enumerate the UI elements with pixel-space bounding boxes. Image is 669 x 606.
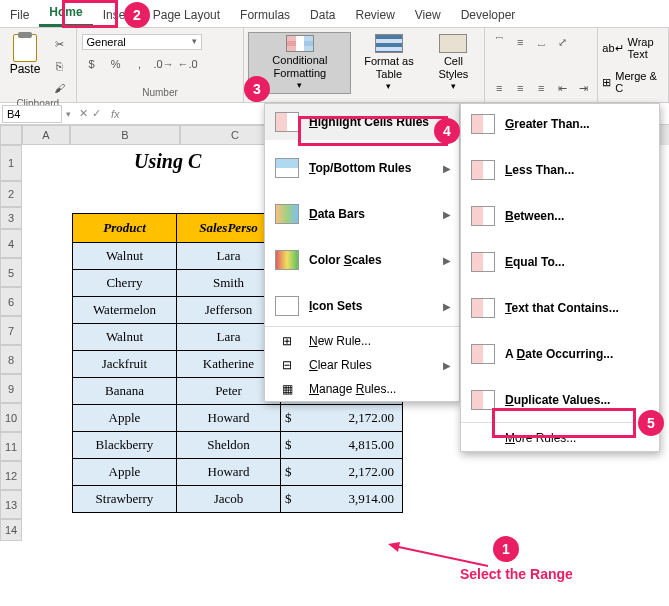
tab-view[interactable]: View (405, 3, 451, 27)
cell-styles-button[interactable]: Cell Styles▾ (427, 32, 481, 94)
tab-home[interactable]: Home (39, 0, 92, 27)
row-header-10[interactable]: 10 (0, 403, 22, 432)
menu-item-new-rule-[interactable]: ⊞New Rule... (265, 329, 459, 353)
row-header-8[interactable]: 8 (0, 345, 22, 374)
table-header[interactable]: Product (73, 214, 177, 243)
row-header-13[interactable]: 13 (0, 490, 22, 519)
decrease-indent-button[interactable]: ⇤ (552, 78, 572, 98)
menu-label: Top/Bottom Rules (309, 161, 411, 175)
row-header-2[interactable]: 2 (0, 181, 22, 207)
cell[interactable]: Apple (73, 459, 177, 486)
cell[interactable]: Walnut (73, 243, 177, 270)
tab-page-layout[interactable]: Page Layout (143, 3, 230, 27)
cell[interactable]: Strawberry (73, 486, 177, 513)
name-box[interactable] (2, 105, 62, 123)
menu-item-clear-rules[interactable]: ⊟Clear Rules▶ (265, 353, 459, 377)
percent-button[interactable]: % (106, 54, 126, 74)
tab-formulas[interactable]: Formulas (230, 3, 300, 27)
cut-button[interactable]: ✂ (49, 34, 69, 54)
db-icon (275, 204, 299, 224)
cell[interactable]: $3,914.00 (281, 486, 403, 513)
select-all-cell[interactable] (0, 125, 22, 145)
enter-formula-icon[interactable]: ✓ (92, 107, 101, 120)
menu-item-manage-rules-[interactable]: ▦Manage Rules... (265, 377, 459, 401)
cell[interactable]: Banana (73, 378, 177, 405)
callout-badge-2: 2 (124, 2, 150, 28)
menu-item-highlight-cells-rules[interactable]: Highlight Cells Rules▶ (265, 104, 459, 140)
align-bottom-button[interactable]: ⎵ (531, 32, 551, 52)
menu-item-data-bars[interactable]: Data Bars▶ (265, 196, 459, 232)
orientation-button[interactable]: ⤢ (552, 32, 572, 52)
align-middle-button[interactable]: ≡ (510, 32, 530, 52)
svg-line-0 (394, 546, 488, 566)
menu-item-greater-than-[interactable]: Greater Than... (461, 104, 659, 144)
currency-button[interactable]: $ (82, 54, 102, 74)
cell[interactable]: Cherry (73, 270, 177, 297)
gt-icon (471, 114, 495, 134)
cell[interactable]: $2,172.00 (281, 459, 403, 486)
cell[interactable]: Jacob (177, 486, 281, 513)
row-header-1[interactable]: 1 (0, 145, 22, 181)
align-top-button[interactable]: ⎴ (489, 32, 509, 52)
cell[interactable]: Sheldon (177, 432, 281, 459)
row-header-7[interactable]: 7 (0, 316, 22, 345)
merge-center-button[interactable]: ⊞Merge & C (602, 66, 664, 98)
tab-developer[interactable]: Developer (451, 3, 526, 27)
menu-item-more-rules[interactable]: More Rules... (461, 425, 659, 451)
highlight-cells-submenu: Greater Than...Less Than...Between...Equ… (460, 103, 660, 452)
ribbon: Paste ✂ ⎘ 🖌 Clipboard General $ % , .0→ … (0, 28, 669, 103)
tab-review[interactable]: Review (345, 3, 404, 27)
menu-item-icon-sets[interactable]: Icon Sets▶ (265, 288, 459, 324)
align-center-button[interactable]: ≡ (510, 78, 530, 98)
row-header-4[interactable]: 4 (0, 229, 22, 258)
copy-button[interactable]: ⎘ (49, 56, 69, 76)
menu-item-equal-to-[interactable]: Equal To... (461, 242, 659, 282)
row-header-5[interactable]: 5 (0, 258, 22, 287)
row-header-9[interactable]: 9 (0, 374, 22, 403)
tab-data[interactable]: Data (300, 3, 345, 27)
align-right-button[interactable]: ≡ (531, 78, 551, 98)
number-label: Number (82, 87, 239, 100)
format-painter-button[interactable]: 🖌 (49, 78, 69, 98)
cell[interactable]: $4,815.00 (281, 432, 403, 459)
format-as-table-button[interactable]: Format as Table▾ (351, 32, 426, 94)
row-header-14[interactable]: 14 (0, 519, 22, 541)
cell[interactable]: Walnut (73, 324, 177, 351)
submenu-arrow-icon: ▶ (443, 301, 451, 312)
fx-icon[interactable]: fx (105, 108, 126, 120)
menu-item-top-bottom-rules[interactable]: Top/Bottom Rules▶ (265, 150, 459, 186)
menu-item-duplicate-values-[interactable]: Duplicate Values... (461, 380, 659, 420)
row-header-11[interactable]: 11 (0, 432, 22, 461)
menu-item-between-[interactable]: Between... (461, 196, 659, 236)
cell[interactable]: Blackberry (73, 432, 177, 459)
cancel-formula-icon[interactable]: ✕ (79, 107, 88, 120)
format-as-table-icon (375, 34, 403, 53)
comma-button[interactable]: , (130, 54, 150, 74)
number-format-dropdown[interactable]: General (82, 34, 202, 50)
wrap-text-button[interactable]: ab↵Wrap Text (602, 32, 664, 64)
menu-item-less-than-[interactable]: Less Than... (461, 150, 659, 190)
paste-button[interactable]: Paste (5, 34, 45, 98)
menu-item-a-date-occurring-[interactable]: A Date Occurring... (461, 334, 659, 374)
cell[interactable]: Watermelon (73, 297, 177, 324)
menu-label: Duplicate Values... (505, 393, 610, 407)
menu-label: Between... (505, 209, 564, 223)
col-header-A[interactable]: A (22, 125, 70, 145)
cell[interactable]: Howard (177, 459, 281, 486)
cell[interactable]: Apple (73, 405, 177, 432)
row-header-12[interactable]: 12 (0, 461, 22, 490)
svg-marker-1 (388, 542, 400, 552)
align-left-button[interactable]: ≡ (489, 78, 509, 98)
row-header-6[interactable]: 6 (0, 287, 22, 316)
tab-file[interactable]: File (0, 3, 39, 27)
col-header-B[interactable]: B (70, 125, 180, 145)
menu-item-text-that-contains-[interactable]: Text that Contains... (461, 288, 659, 328)
increase-indent-button[interactable]: ⇥ (573, 78, 593, 98)
menu-item-color-scales[interactable]: Color Scales▶ (265, 242, 459, 278)
cell[interactable]: Howard (177, 405, 281, 432)
cell[interactable]: $2,172.00 (281, 405, 403, 432)
cell[interactable]: Jackfruit (73, 351, 177, 378)
decrease-decimal-button[interactable]: ←.0 (178, 54, 198, 74)
increase-decimal-button[interactable]: .0→ (154, 54, 174, 74)
row-header-3[interactable]: 3 (0, 207, 22, 229)
